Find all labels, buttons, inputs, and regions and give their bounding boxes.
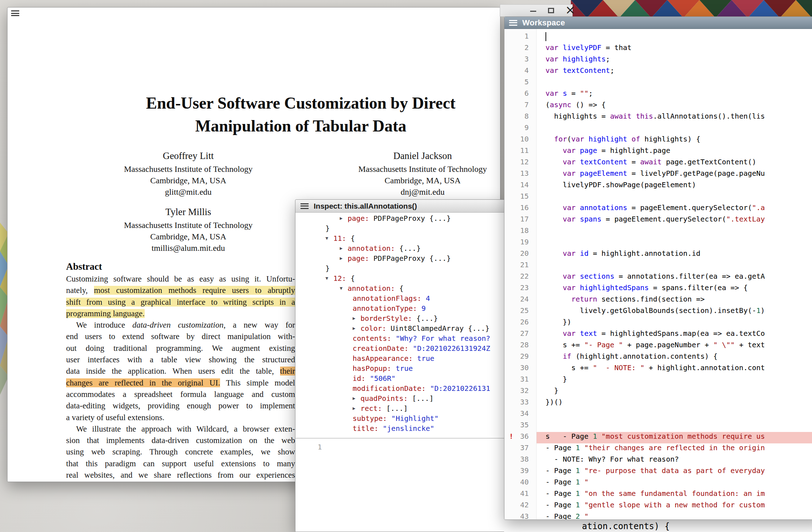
expand-triangle-icon[interactable]: ▶ <box>340 243 343 253</box>
menu-icon[interactable] <box>11 10 19 16</box>
code-line[interactable]: - Page 1 "their changes are reflected in… <box>537 443 812 455</box>
gutter-line-number[interactable]: 14 <box>504 180 536 192</box>
collapse-triangle-icon[interactable]: ▼ <box>325 273 328 283</box>
gutter-line-number[interactable]: 29 <box>504 352 536 363</box>
expand-triangle-icon[interactable]: ▶ <box>340 213 343 223</box>
code-line[interactable] <box>537 409 812 421</box>
gutter-line-number[interactable]: 20 <box>504 249 536 260</box>
annotation-highlight[interactable]: their <box>280 367 295 376</box>
annotation-highlight[interactable]: most customization methods require users… <box>94 286 295 295</box>
inspector-row[interactable]: ▶borderStyle: {...} <box>295 313 505 323</box>
collapse-triangle-icon[interactable]: ▼ <box>325 233 328 243</box>
code-line[interactable]: highlights = await this.allAnnotations()… <box>537 112 812 123</box>
gutter-line-number[interactable]: 34 <box>504 409 536 421</box>
code-line[interactable] <box>537 260 812 272</box>
minimize-button[interactable] <box>530 11 536 12</box>
code-line[interactable]: var s = ""; <box>537 89 812 100</box>
code-line[interactable]: }) <box>537 318 812 329</box>
inspector-row[interactable]: annotationFlags: 4 <box>295 293 505 303</box>
gutter-line-number[interactable]: 9 <box>504 123 536 135</box>
gutter-line-number[interactable]: 24 <box>504 295 536 306</box>
inspector-row[interactable]: title: "jenslincke" <box>295 423 505 433</box>
gutter-line-number[interactable]: 41 <box>504 489 536 501</box>
gutter-line-number[interactable]: 21 <box>504 260 536 272</box>
annotation-highlight[interactable]: changes are reflected in the original UI… <box>66 378 220 387</box>
code-line[interactable] <box>537 78 812 89</box>
code-line[interactable]: for(var highlight of highlights) { <box>537 135 812 146</box>
code-line[interactable]: var annotations = pageElement.querySelec… <box>537 203 812 215</box>
code-line[interactable]: var livelyPDF = that <box>537 43 812 55</box>
code-line[interactable]: })() <box>537 398 812 409</box>
gutter-line-number[interactable]: 2 <box>504 43 536 55</box>
gutter-line-number[interactable]: 35 <box>504 421 536 432</box>
inspector-row[interactable]: ▼11: { <box>295 233 505 243</box>
code-line[interactable]: - NOTE: Why? For what reason? <box>537 455 812 466</box>
code-line[interactable]: - Page 2 " <box>537 512 812 519</box>
gutter-line-number[interactable]: 32 <box>504 386 536 398</box>
inspector-row[interactable]: subtype: "Highlight" <box>295 413 505 423</box>
workspace-code-editor[interactable]: var livelyPDF = thatvar highlights;var t… <box>537 29 812 519</box>
inspector-row[interactable]: modificationDate: "D:20210226131 <box>295 383 505 393</box>
expand-triangle-icon[interactable]: ▶ <box>353 403 355 413</box>
code-line[interactable]: lively.getGlobalBounds(section).insetBy(… <box>537 306 812 318</box>
code-line[interactable]: var id = highlight.annotation.id <box>537 249 812 260</box>
inspector-row[interactable]: ▼12: { <box>295 273 505 283</box>
code-line[interactable]: s += " - NOTE: " + highlight.annotation.… <box>537 363 812 375</box>
expand-triangle-icon[interactable]: ▶ <box>353 313 355 323</box>
code-line[interactable]: - Page 1 " <box>537 478 812 489</box>
gutter-line-number[interactable]: 30 <box>504 363 536 375</box>
inspector-row[interactable]: ▶color: Uint8ClampedArray {...} <box>295 323 505 333</box>
gutter-line-number[interactable]: 5 <box>504 78 536 89</box>
menu-icon[interactable] <box>509 20 517 26</box>
gutter-line-number[interactable]: !36 <box>504 432 536 443</box>
gutter-line-number[interactable]: 26 <box>504 318 536 329</box>
gutter-line-number[interactable]: 18 <box>504 226 536 238</box>
inspector-row[interactable]: id: "506R" <box>295 373 505 383</box>
code-line[interactable]: var textContent; <box>537 66 812 78</box>
gutter-line-number[interactable]: 8 <box>504 112 536 123</box>
expand-triangle-icon[interactable]: ▶ <box>353 323 355 333</box>
code-line[interactable] <box>537 421 812 432</box>
close-button[interactable]: × <box>565 3 576 16</box>
gutter-line-number[interactable]: 7 <box>504 100 536 112</box>
gutter-line-number[interactable]: 42 <box>504 501 536 512</box>
code-line[interactable] <box>537 123 812 135</box>
code-line[interactable]: } <box>537 375 812 386</box>
inspector-row[interactable]: ▶page: PDFPageProxy {...} <box>295 213 505 223</box>
code-line[interactable]: var pageElement = livelyPDF.getPage(page… <box>537 169 812 180</box>
gutter-line-number[interactable]: 39 <box>504 466 536 478</box>
error-marker-icon[interactable]: ! <box>509 432 513 441</box>
code-line[interactable]: var highlights; <box>537 55 812 66</box>
gutter-line-number[interactable]: 1 <box>504 32 536 43</box>
gutter-line-number[interactable]: 28 <box>504 340 536 352</box>
gutter-line-number[interactable]: 27 <box>504 329 536 340</box>
gutter-line-number[interactable]: 13 <box>504 169 536 180</box>
inspector-titlebar[interactable]: Inspect: this.allAnnotations() <box>295 200 505 213</box>
code-line-error[interactable]: s - Page 1 "most customization methods r… <box>537 432 812 443</box>
inspector-row[interactable]: hasAppearance: true <box>295 353 505 363</box>
code-line[interactable]: var text = highlightedSpans.map(ea => ea… <box>537 329 812 340</box>
collapse-triangle-icon[interactable]: ▼ <box>340 283 343 293</box>
code-line[interactable]: var page = highlight.page <box>537 146 812 158</box>
inspector-row[interactable]: hasPopup: true <box>295 363 505 373</box>
gutter-line-number[interactable]: 38 <box>504 455 536 466</box>
inspector-row[interactable]: contents: "Why? For what reason? <box>295 333 505 343</box>
code-line[interactable]: - Page 1 "re- purpose that data as part … <box>537 466 812 478</box>
annotation-highlight[interactable]: programming language. <box>66 309 145 318</box>
code-line[interactable]: return sections.find(section => <box>537 295 812 306</box>
inspector-row[interactable]: ▶rect: [...] <box>295 403 505 413</box>
gutter-line-number[interactable]: 17 <box>504 215 536 226</box>
gutter-line-number[interactable]: 22 <box>504 272 536 283</box>
inspector-row[interactable]: } <box>295 223 505 233</box>
code-line[interactable]: } <box>537 386 812 398</box>
inspector-row[interactable]: ▶page: PDFPageProxy {...} <box>295 253 505 263</box>
code-line[interactable]: (async () => { <box>537 100 812 112</box>
inspector-row[interactable]: creationDate: "D:20210226131924Z <box>295 343 505 353</box>
inspector-row[interactable]: ▶quadPoints: [...] <box>295 393 505 403</box>
gutter-line-number[interactable]: 4 <box>504 66 536 78</box>
gutter-line-number[interactable]: 10 <box>504 135 536 146</box>
code-line[interactable] <box>537 226 812 238</box>
code-line[interactable] <box>537 192 812 203</box>
annotation-highlight[interactable]: shift from using a graphical interface t… <box>66 298 295 307</box>
code-line[interactable] <box>537 238 812 249</box>
